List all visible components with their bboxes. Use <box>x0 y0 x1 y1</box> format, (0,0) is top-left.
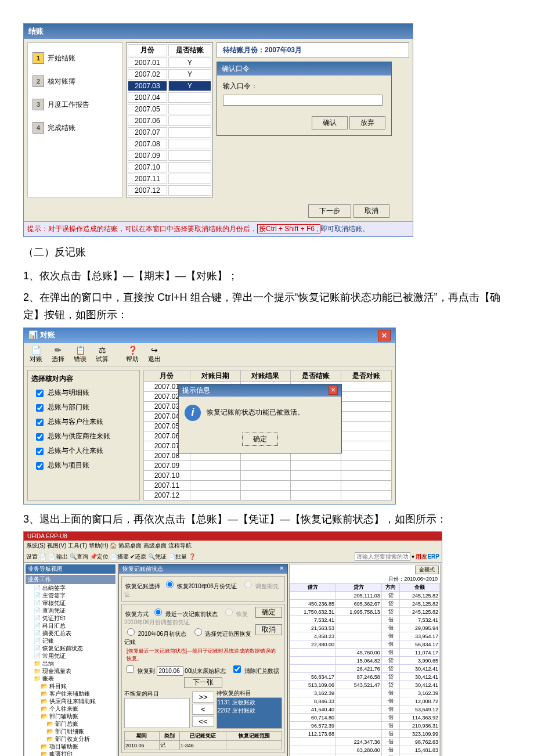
amount-row[interactable]: 112,173.68借323,109.99 <box>290 730 440 738</box>
tree-node[interactable]: 📁 账表 <box>26 675 116 682</box>
grid-row[interactable]: 2007.11 <box>144 480 392 490</box>
search-dropdown-icon[interactable]: ▾ <box>412 553 414 560</box>
amount-row[interactable]: 22,880.00借56,834.17 <box>290 640 440 649</box>
tree-node[interactable]: 📁 现金流量表 <box>26 667 116 675</box>
amount-row[interactable]: 224,347.36借98,762.63 <box>290 738 440 746</box>
check-item[interactable]: 总账与部门账 <box>31 401 136 415</box>
amount-row[interactable]: 26,421.76贷30,412.41 <box>290 665 440 673</box>
search-input[interactable] <box>355 552 410 561</box>
move-left[interactable]: < <box>192 704 214 715</box>
grid-row[interactable]: 2007.09 <box>144 460 392 470</box>
amount-row[interactable]: 450,236.85695,362.67贷245,125.82 <box>290 600 440 608</box>
grid-row[interactable]: 2007.10 <box>144 470 392 480</box>
tree-node[interactable]: 📄 常用凭证 <box>26 652 116 660</box>
dlg-close-icon[interactable]: ✕ <box>279 565 284 573</box>
radio-mode-a[interactable]: 最近一次记账前状态 <box>151 611 218 617</box>
tb-trial[interactable]: ⚖试算 <box>92 345 112 363</box>
tree-node[interactable]: 📂 部门明细账 <box>26 728 116 735</box>
amount-row[interactable]: 205,111.03贷245,125.82 <box>290 592 440 600</box>
tree-node[interactable]: 📂 客户往来辅助账 <box>26 690 116 697</box>
step-4[interactable]: 4完成结账 <box>31 116 118 139</box>
check-item[interactable]: 总账与项目账 <box>31 459 136 473</box>
check-item[interactable]: 总账与明细账 <box>31 386 136 401</box>
cancel-button[interactable]: 取消 <box>353 204 389 218</box>
tree-node[interactable]: 📄 主管签字 <box>26 592 116 599</box>
amount-row[interactable]: 15,064.82贷3,990.65 <box>290 657 440 665</box>
amount-row[interactable]: 4,858.23借33,954.17 <box>290 632 440 640</box>
month-row[interactable]: 2007.07 <box>128 127 211 138</box>
amount-row[interactable]: 60,714.80借114,363.92 <box>290 714 440 722</box>
popup-close-icon[interactable]: ✕ <box>329 386 338 395</box>
month-table[interactable]: 月份是否结账 2007.01Y2007.02Y2007.03Y2007.0420… <box>126 42 213 197</box>
check-item[interactable]: 总账与供应商往来账 <box>31 430 136 444</box>
amount-row[interactable]: 1,750,632.311,995,758.13贷245,125.82 <box>290 608 440 616</box>
month-row[interactable]: 2007.05 <box>128 104 211 114</box>
amount-row[interactable]: 8,846.33借12,008.72 <box>290 697 440 705</box>
tb-help[interactable]: ❓帮助 <box>122 345 142 363</box>
close-icon[interactable]: ✕ <box>378 330 391 341</box>
step-3[interactable]: 3月度工作报告 <box>31 93 118 116</box>
month-row[interactable]: 2007.11 <box>128 174 211 184</box>
tree-node[interactable]: 📂 账薄打印 <box>26 750 116 756</box>
month-row[interactable]: 2007.12 <box>128 185 211 196</box>
month-row[interactable]: 2007.04 <box>128 92 211 103</box>
amount-row[interactable]: 513,109.06543,521.47贷30,412.41 <box>290 681 440 689</box>
grid-row[interactable]: 2007.12 <box>144 490 392 500</box>
tree-node[interactable]: 📄 记账 <box>26 637 116 645</box>
nav-tree[interactable]: 业务导航视图 业务工作 📄 出纳签字📄 主管签字📄 审核凭证📄 查询凭证📄 凭证… <box>24 563 117 756</box>
tree-node[interactable]: 📄 摘要汇总表 <box>26 629 116 637</box>
tree-node[interactable]: 📁 出纳 <box>26 660 116 667</box>
popup-ok-button[interactable]: 确定 <box>242 433 278 446</box>
radio-restore-month[interactable]: 恢复2010年06月份凭证 <box>163 583 237 589</box>
move-right-all[interactable]: >> <box>192 692 214 703</box>
tree-node[interactable]: 📄 查询凭证 <box>26 607 116 614</box>
restore-date-input[interactable] <box>157 666 183 676</box>
tree-node[interactable]: 📄 凭证打印 <box>26 614 116 622</box>
tb-error[interactable]: 📋错误 <box>70 345 90 363</box>
check-item[interactable]: 总账与客户往来账 <box>31 415 136 430</box>
dlg-ok-button[interactable]: 确定 <box>255 607 282 618</box>
erp-menubar[interactable]: 系统(S) 视图(V) 工具(T) 帮助(H) 🏠 简易桌面 高级桌面 流程导航 <box>24 541 442 551</box>
next-page-button[interactable]: 下一张 <box>184 677 222 688</box>
tree-node[interactable]: 📂 部门总账 <box>26 720 116 728</box>
tb-exit[interactable]: ↪退出 <box>145 345 164 363</box>
tree-node[interactable]: 📄 恢复记账前状态 <box>26 645 116 652</box>
check-item[interactable]: 总账与个人往来账 <box>31 444 136 459</box>
tree-node[interactable]: 📂 部门辅助账 <box>26 712 116 720</box>
month-row[interactable]: 2007.08 <box>128 139 211 149</box>
amount-row[interactable]: 83,280.80借15,481.83 <box>290 746 440 754</box>
tree-node[interactable]: 📂 科目账 <box>26 682 116 690</box>
month-row[interactable]: 2007.10 <box>128 162 211 172</box>
radio-mode-c[interactable]: 2010年06月初状态 <box>124 631 186 637</box>
month-row[interactable]: 2007.09 <box>128 150 211 161</box>
move-left-all[interactable]: << <box>192 716 214 727</box>
abandon-button[interactable]: 放弃 <box>349 116 385 129</box>
amount-mode-button[interactable]: 金额式 <box>415 566 439 574</box>
confirm-button[interactable]: 确认 <box>312 116 348 129</box>
tree-node[interactable]: 📄 出纳签字 <box>26 584 116 592</box>
tree-node[interactable]: 📂 个人往来账 <box>26 705 116 712</box>
amount-row[interactable]: 45,760.00借11,074.17 <box>290 649 440 657</box>
month-row[interactable]: 2007.03Y <box>128 81 211 91</box>
amount-row[interactable]: 21,563.53借29,095.94 <box>290 624 440 632</box>
step-2[interactable]: 2核对账簿 <box>31 70 118 93</box>
tb-reconcile[interactable]: 📄对账 <box>26 345 46 363</box>
month-row[interactable]: 2007.06 <box>128 116 211 126</box>
month-row[interactable]: 2007.01Y <box>128 57 211 68</box>
password-input[interactable] <box>223 95 383 106</box>
month-row[interactable]: 2007.02Y <box>128 69 211 80</box>
amount-grid[interactable]: 借方贷方方向金额 205,111.03贷245,125.82450,236.85… <box>290 583 440 756</box>
tree-node[interactable]: 📄 审核凭证 <box>26 599 116 607</box>
tree-node[interactable]: 📂 部门收支分析 <box>26 735 116 743</box>
amount-row[interactable]: 96,572.39借210,936.31 <box>290 722 440 730</box>
amount-row[interactable]: 56,834.1787,246.58贷30,412.41 <box>290 673 440 681</box>
dlg-cancel-button[interactable]: 取消 <box>255 624 282 635</box>
amount-row[interactable]: 7,532.41借7,532.41 <box>290 616 440 624</box>
amount-row[interactable]: 3,162.39借3,162.39 <box>290 689 440 697</box>
next-button[interactable]: 下一步 <box>308 204 351 218</box>
amount-row[interactable]: 41,640.40借53,649.12 <box>290 705 440 714</box>
tree-node[interactable]: 📄 科目汇总 <box>26 622 116 629</box>
tree-node[interactable]: 📂 供应商往来辅助账 <box>26 697 116 705</box>
step-1[interactable]: 1开始结账 <box>31 46 118 70</box>
tb-select[interactable]: ✏选择 <box>48 345 68 363</box>
